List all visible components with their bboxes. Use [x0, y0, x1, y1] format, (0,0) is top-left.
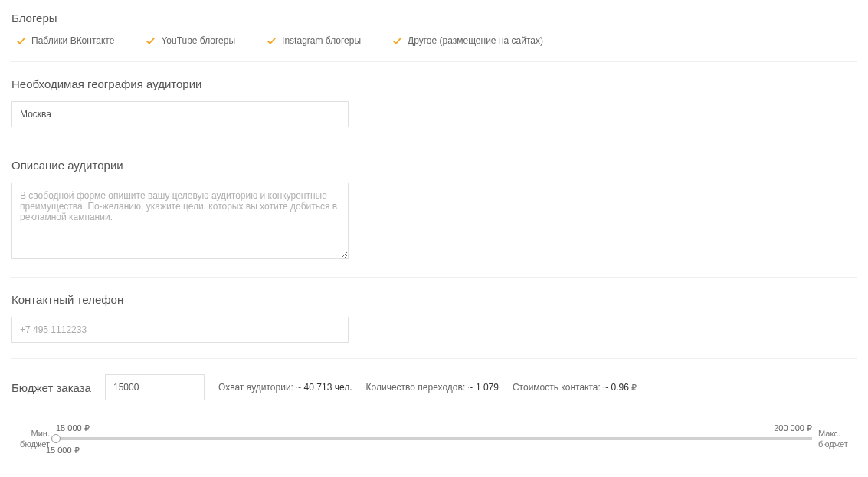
budget-title: Бюджет заказа: [11, 381, 91, 394]
audience-textarea[interactable]: [11, 183, 349, 259]
ruble-icon: ₽: [807, 423, 812, 433]
checkbox-label: YouTube блогеры: [161, 35, 235, 46]
divider: [11, 358, 857, 359]
checkbox-label: Instagram блогеры: [282, 35, 361, 46]
checkbox-instagram[interactable]: Instagram блогеры: [266, 35, 361, 46]
ruble-icon: ₽: [631, 383, 637, 393]
slider-wrap: 15 000 ₽ 200 000 ₽ 15 000 ₽: [56, 423, 812, 454]
budget-section: Бюджет заказа Охват аудитории: ~ 40 713 …: [11, 374, 857, 454]
checkbox-youtube[interactable]: YouTube блогеры: [145, 35, 235, 46]
divider: [11, 143, 857, 143]
phone-input[interactable]: [11, 317, 349, 343]
divider: [11, 61, 857, 62]
ruble-icon: ₽: [74, 446, 80, 456]
bloggers-title: Блогеры: [11, 12, 857, 25]
ruble-icon: ₽: [84, 423, 90, 433]
budget-slider-container: Мин. бюджет 15 000 ₽ 200 000 ₽ 15 000 ₽ …: [11, 423, 857, 454]
check-icon: [266, 35, 277, 46]
metric-cost: Стоимость контакта: ~ 0.96 ₽: [513, 382, 637, 393]
phone-title: Контактный телефон: [11, 293, 857, 306]
slider-max-label: Макс. бюджет: [818, 428, 857, 449]
audience-title: Описание аудитории: [11, 159, 857, 172]
checkbox-label: Другое (размещение на сайтах): [408, 35, 543, 46]
metric-clicks: Количество переходов: ~ 1 079: [366, 382, 499, 393]
metric-reach: Охват аудитории: ~ 40 713 чел.: [218, 382, 352, 393]
checkbox-vk[interactable]: Паблики ВКонтакте: [15, 35, 114, 46]
slider-track[interactable]: [56, 437, 812, 440]
slider-handle[interactable]: [51, 434, 61, 443]
geography-title: Необходимая география аудитории: [11, 77, 857, 90]
geography-section: Необходимая география аудитории: [11, 77, 857, 127]
slider-top-labels: 15 000 ₽ 200 000 ₽: [56, 423, 812, 433]
audience-section: Описание аудитории: [11, 159, 857, 262]
check-icon: [15, 35, 26, 46]
slider-current-value: 15 000 ₽: [46, 446, 80, 456]
geography-input[interactable]: [11, 101, 349, 127]
check-icon: [145, 35, 156, 46]
bloggers-options: Паблики ВКонтакте YouTube блогеры Instag…: [11, 35, 857, 46]
check-icon: [391, 35, 402, 46]
bloggers-section: Блогеры Паблики ВКонтакте YouTube блогер…: [11, 12, 857, 46]
checkbox-other[interactable]: Другое (размещение на сайтах): [391, 35, 543, 46]
slider-min-value: 15 000 ₽: [56, 423, 90, 433]
phone-section: Контактный телефон: [11, 293, 857, 343]
budget-row: Бюджет заказа Охват аудитории: ~ 40 713 …: [11, 374, 857, 400]
checkbox-label: Паблики ВКонтакте: [31, 35, 114, 46]
slider-min-label: Мин. бюджет: [11, 428, 50, 449]
slider-max-value: 200 000 ₽: [774, 423, 812, 433]
budget-input[interactable]: [105, 374, 205, 400]
divider: [11, 277, 857, 278]
